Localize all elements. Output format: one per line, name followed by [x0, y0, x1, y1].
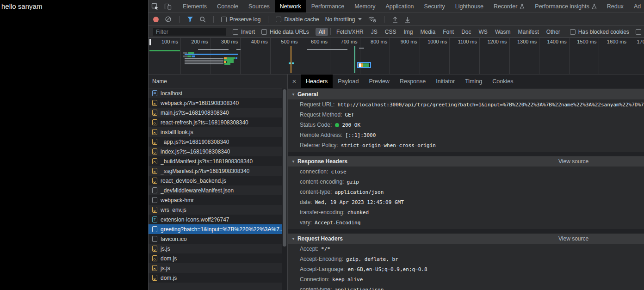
detail-tab-response[interactable]: Response: [395, 74, 431, 88]
section-header-general[interactable]: ▼General: [288, 89, 644, 99]
timeline-tick-label: 1600 ms: [599, 39, 626, 45]
invert-checkbox[interactable]: Invert: [233, 29, 255, 35]
tab-ad[interactable]: Ad: [629, 0, 644, 12]
hide-data-urls-checkbox[interactable]: Hide data URLs: [261, 29, 309, 35]
request-row[interactable]: wrs_env.js: [149, 205, 282, 215]
requests-scrollbar[interactable]: [282, 88, 287, 290]
filter-pill-media[interactable]: Media: [417, 28, 439, 36]
import-har-icon[interactable]: [392, 16, 398, 23]
has-blocked-cookies-checkbox[interactable]: Has blocked cookies: [570, 29, 629, 35]
checkbox-icon[interactable]: [570, 29, 576, 35]
tab-performance[interactable]: Performance: [306, 0, 350, 12]
tab-performance-insights[interactable]: Performance insights: [530, 0, 601, 12]
request-row[interactable]: dom.js: [149, 273, 282, 283]
request-row[interactable]: _devMiddlewareManifest.json: [149, 185, 282, 195]
request-name: dom.js: [161, 275, 177, 281]
checkbox-icon[interactable]: [276, 17, 281, 22]
request-row[interactable]: react_devtools_backend.js: [149, 176, 282, 185]
request-row[interactable]: greeting?batch=1&input=%7B%220%22%3A%7..…: [149, 224, 282, 234]
disable-cache-checkbox[interactable]: Disable cache: [276, 16, 319, 23]
header-value: gzip, deflate, br: [346, 256, 398, 262]
request-row[interactable]: js.js: [149, 244, 282, 253]
filter-pill-js[interactable]: JS: [368, 28, 381, 36]
header-name: date:: [300, 199, 312, 205]
tab-label: Lighthouse: [455, 3, 483, 10]
name-column-header[interactable]: Name: [149, 74, 287, 88]
filter-pill-all[interactable]: All: [316, 28, 328, 36]
tab-lighthouse[interactable]: Lighthouse: [450, 0, 489, 12]
request-row[interactable]: webpack-hmr: [149, 195, 282, 205]
request-row[interactable]: main.js?ts=1681908308340: [149, 108, 282, 117]
filter-pill-ws[interactable]: WS: [476, 28, 491, 36]
tab-application[interactable]: Application: [380, 0, 419, 12]
record-network-log-button[interactable]: [153, 17, 159, 22]
checkbox-icon[interactable]: [221, 17, 227, 22]
request-row[interactable]: _buildManifest.js?ts=1681908308340: [149, 156, 282, 166]
filter-pill-doc[interactable]: Doc: [458, 28, 474, 36]
checkbox-icon[interactable]: [261, 29, 267, 35]
preserve-log-label: Preserve log: [229, 16, 260, 23]
tab-elements[interactable]: Elements: [178, 0, 212, 12]
network-conditions-icon[interactable]: [368, 16, 377, 23]
header-row: vary:Accept-Encoding: [288, 217, 644, 228]
request-name: _buildManifest.js?ts=1681908308340: [161, 158, 253, 165]
filter-pill-manifest[interactable]: Manifest: [514, 28, 542, 36]
detail-tab-headers[interactable]: Headers: [301, 74, 333, 88]
tab-security[interactable]: Security: [419, 0, 450, 12]
scrollbar-thumb[interactable]: [283, 89, 286, 247]
checkbox-icon[interactable]: [233, 29, 238, 35]
detail-tab-preview[interactable]: Preview: [364, 74, 394, 88]
inspect-element-icon[interactable]: [149, 0, 161, 12]
request-row[interactable]: dom.js: [149, 253, 282, 263]
tab-recorder[interactable]: Recorder: [489, 0, 530, 12]
request-row[interactable]: Textension-icons.woff2?6747: [149, 215, 282, 224]
section-header-request-headers[interactable]: ▼Request HeadersView source: [288, 234, 644, 244]
network-overview-timeline[interactable]: 100 ms200 ms300 ms400 ms500 ms600 ms700 …: [149, 38, 644, 74]
throttling-select[interactable]: No throttling: [325, 16, 362, 23]
header-row: Remote Address:[::1]:3000: [288, 130, 644, 140]
request-name: _ssgManifest.js?ts=1681908308340: [161, 168, 249, 174]
request-row[interactable]: react-refresh.js?ts=1681908308340: [149, 117, 282, 127]
detail-tab-timing[interactable]: Timing: [460, 74, 487, 88]
request-row[interactable]: _ssgManifest.js?ts=1681908308340: [149, 166, 282, 176]
request-row[interactable]: js.js: [149, 263, 282, 273]
tab-sources[interactable]: Sources: [243, 0, 275, 12]
detail-tab-initiator[interactable]: Initiator: [431, 74, 460, 88]
search-icon[interactable]: [199, 16, 206, 23]
tab-redux[interactable]: Redux: [602, 0, 629, 12]
clear-network-log-icon[interactable]: [165, 16, 172, 23]
export-har-icon[interactable]: [404, 16, 411, 23]
request-row[interactable]: index.js?ts=1681908308340: [149, 147, 282, 156]
filter-pill-font[interactable]: Font: [440, 28, 457, 36]
request-row[interactable]: webpack.js?ts=1681908308340: [149, 98, 282, 108]
overview-drag-handle[interactable]: [149, 39, 151, 45]
view-source-link[interactable]: View source: [558, 235, 588, 242]
header-row: Request Method:GET: [288, 110, 644, 120]
filter-pill-other[interactable]: Other: [543, 28, 564, 36]
tab-memory[interactable]: Memory: [349, 0, 380, 12]
filter-pill-wasm[interactable]: Wasm: [492, 28, 514, 36]
detail-tab-cookies[interactable]: Cookies: [487, 74, 518, 88]
request-row[interactable]: installHook.js: [149, 127, 282, 137]
request-row[interactable]: localhost: [149, 88, 282, 98]
tab-console[interactable]: Console: [212, 0, 243, 12]
request-row[interactable]: favicon.ico: [149, 234, 282, 244]
toolbar-divider: [268, 16, 268, 23]
tab-network[interactable]: Network: [275, 0, 306, 12]
device-toolbar-icon[interactable]: [161, 0, 174, 12]
close-details-button[interactable]: ×: [288, 74, 301, 88]
filter-pill-css[interactable]: CSS: [382, 28, 400, 36]
blocked-requests-checkbox[interactable]: Blocked Requests: [636, 29, 644, 35]
request-row[interactable]: _app.js?ts=1681908308340: [149, 137, 282, 147]
preserve-log-checkbox[interactable]: Preserve log: [221, 16, 260, 23]
checkbox-icon[interactable]: [636, 29, 641, 35]
header-value: 200 OK: [342, 122, 360, 128]
view-source-link[interactable]: View source: [558, 158, 588, 165]
section-header-response-headers[interactable]: ▼Response HeadersView source: [288, 156, 644, 167]
filter-funnel-icon[interactable]: [187, 16, 193, 22]
filter-input[interactable]: [153, 28, 226, 36]
chevron-down-icon: [358, 18, 362, 20]
filter-pill-fetch-xhr[interactable]: Fetch/XHR: [333, 28, 367, 36]
filter-pill-img[interactable]: Img: [400, 28, 416, 36]
detail-tab-payload[interactable]: Payload: [333, 74, 364, 88]
